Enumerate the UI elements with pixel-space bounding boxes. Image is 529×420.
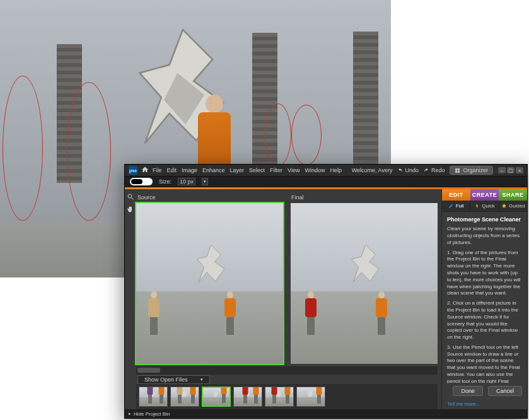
menu-edit[interactable]: Edit xyxy=(167,167,177,173)
source-canvas[interactable] xyxy=(136,203,283,364)
annotation-ellipse xyxy=(67,82,111,221)
zoom-icon[interactable] xyxy=(127,193,134,201)
panel-step: 2. Click on a different picture in the P… xyxy=(447,300,522,341)
workspace-tabs: EDIT CREATE SHARE xyxy=(442,189,527,201)
collapse-icon[interactable]: ▸ xyxy=(129,411,131,416)
brush-preview[interactable] xyxy=(130,178,153,185)
size-label: Size: xyxy=(159,178,171,185)
tab-share[interactable]: SHARE xyxy=(499,189,527,201)
panel-step: 3. Use the Pencil tool on the left Sourc… xyxy=(447,344,522,383)
panel-footer: Done Cancel xyxy=(442,383,527,397)
menu-image[interactable]: Image xyxy=(182,167,197,173)
subtab-quick[interactable]: Quick xyxy=(470,201,499,211)
panel-intro: Clean your scene by removing obstructing… xyxy=(447,226,522,246)
final-canvas[interactable] xyxy=(291,203,438,364)
chevron-down-icon: ▾ xyxy=(201,377,203,382)
panel-title: Photomerge Scene Cleaner xyxy=(447,216,522,223)
hand-icon[interactable] xyxy=(127,206,134,213)
organizer-button[interactable]: Organizer xyxy=(450,166,493,175)
undo-button[interactable]: Undo xyxy=(397,167,419,173)
menu-bar: File Edit Image Enhance Layer Select Fil… xyxy=(153,167,342,173)
menu-view[interactable]: View xyxy=(288,167,299,173)
edit-subtabs: Full Quick Guided xyxy=(442,201,527,212)
svg-rect-4 xyxy=(458,170,460,172)
bin-thumb[interactable] xyxy=(265,387,294,407)
minimize-button[interactable]: – xyxy=(498,167,506,173)
menu-help[interactable]: Help xyxy=(330,167,342,173)
pse-window: pse File Edit Image Enhance Layer Select… xyxy=(124,164,528,419)
cancel-button[interactable]: Cancel xyxy=(488,386,522,396)
organizer-label: Organizer xyxy=(463,167,488,173)
right-panel: EDIT CREATE SHARE Full Quick Guided xyxy=(441,189,527,409)
panel-step: 1. Drag one of the pictures from the Pro… xyxy=(447,250,522,298)
tell-me-more-link[interactable]: Tell me more... xyxy=(442,397,527,409)
show-open-files-dropdown[interactable]: Show Open Files ▾ xyxy=(137,375,210,384)
welcome-text: Welcome, Avery xyxy=(352,167,393,173)
redo-label: Redo xyxy=(431,167,445,173)
subtab-full[interactable]: Full xyxy=(442,201,470,211)
done-button[interactable]: Done xyxy=(453,386,483,396)
subtab-full-label: Full xyxy=(456,203,464,209)
final-label: Final xyxy=(291,194,436,201)
hide-project-bin[interactable]: Hide Project Bin xyxy=(134,411,170,417)
status-bar: ▸ Hide Project Bin xyxy=(125,409,527,418)
show-open-files-label: Show Open Files xyxy=(144,376,188,383)
bin-thumb[interactable] xyxy=(139,387,168,407)
source-label: Source xyxy=(137,194,282,201)
subtab-guided-label: Guided xyxy=(509,203,525,209)
options-toolbar: Size: 10 px ▾ xyxy=(125,176,527,187)
bin-thumb[interactable] xyxy=(202,387,231,407)
svg-rect-3 xyxy=(456,170,458,172)
svg-rect-1 xyxy=(456,168,458,170)
annotation-ellipse xyxy=(291,105,322,165)
redo-button[interactable]: Redo xyxy=(424,167,445,173)
size-dropdown[interactable]: ▾ xyxy=(202,178,208,185)
panel-content: Photomerge Scene Cleaner Clean your scen… xyxy=(442,212,527,383)
maximize-button[interactable]: ▢ xyxy=(507,167,514,173)
svg-line-6 xyxy=(132,198,134,200)
bin-thumb[interactable] xyxy=(170,387,199,407)
tool-strip xyxy=(125,189,136,409)
subtab-quick-label: Quick xyxy=(482,203,494,209)
close-button[interactable]: × xyxy=(516,167,523,173)
bin-thumb[interactable] xyxy=(233,387,262,407)
project-bin xyxy=(136,384,438,409)
app-logo: pse xyxy=(129,166,137,175)
size-input[interactable]: 10 px xyxy=(178,178,195,185)
bin-thumb[interactable] xyxy=(296,387,325,407)
annotation-ellipse xyxy=(265,103,291,166)
menu-enhance[interactable]: Enhance xyxy=(202,167,225,173)
tab-create[interactable]: CREATE xyxy=(470,189,499,201)
subtab-guided[interactable]: Guided xyxy=(499,201,527,211)
menu-file[interactable]: File xyxy=(153,167,162,173)
canvas-area: Source Final xyxy=(136,189,441,409)
svg-rect-2 xyxy=(458,168,460,170)
tab-edit[interactable]: EDIT xyxy=(442,189,470,201)
annotation-ellipse xyxy=(3,76,43,221)
svg-point-5 xyxy=(128,194,132,198)
menu-layer[interactable]: Layer xyxy=(230,167,245,173)
horizontal-scrollbar[interactable] xyxy=(136,366,438,374)
undo-label: Undo xyxy=(405,167,419,173)
menu-select[interactable]: Select xyxy=(249,167,265,173)
home-icon[interactable] xyxy=(141,166,149,175)
menu-window[interactable]: Window xyxy=(305,167,325,173)
show-open-files-row: Show Open Files ▾ xyxy=(136,374,438,384)
title-bar: pse File Edit Image Enhance Layer Select… xyxy=(125,165,527,176)
menu-filter[interactable]: Filter xyxy=(270,167,282,173)
window-controls: – ▢ × xyxy=(498,167,523,173)
